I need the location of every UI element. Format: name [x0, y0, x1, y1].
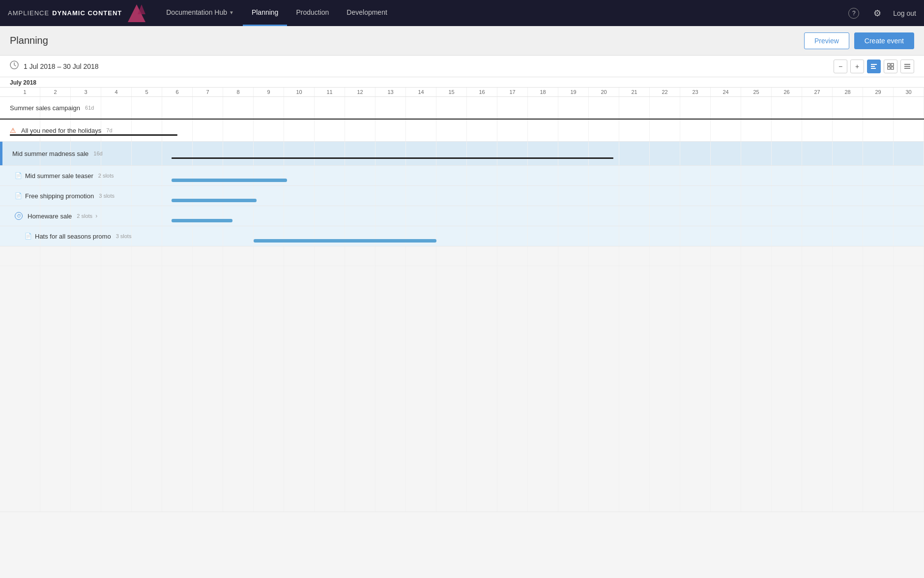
holidays-title: All you need for the holidays	[21, 127, 101, 134]
day-9: 9	[254, 88, 284, 96]
svg-rect-8	[888, 67, 890, 69]
date-range-controls: − +	[834, 60, 914, 73]
table-row[interactable]: Mid summer madness sale 16d	[0, 142, 924, 166]
mid-summer-span-bar	[172, 157, 613, 159]
shipping-bar	[172, 199, 257, 202]
help-button[interactable]: ?	[846, 5, 862, 21]
brand-name-part1: AMPLIENCE	[8, 9, 49, 17]
svg-rect-6	[888, 63, 890, 66]
holidays-days: 7d	[106, 127, 112, 133]
view-calendar-button[interactable]	[884, 60, 897, 73]
teaser-title: Mid summer sale teaser	[25, 172, 93, 180]
nav-item-planning[interactable]: Planning	[243, 0, 288, 26]
create-event-button[interactable]: Create event	[854, 32, 914, 49]
view-gantt-button[interactable]	[867, 60, 881, 73]
day-21: 21	[619, 88, 650, 96]
day-30: 30	[894, 88, 924, 96]
zoom-in-button[interactable]: +	[850, 60, 864, 73]
hats-bar	[254, 239, 436, 243]
empty-row-1	[0, 246, 924, 266]
hats-title: Hats for all seasons promo	[35, 233, 111, 240]
svg-rect-7	[891, 63, 894, 66]
day-29: 29	[863, 88, 894, 96]
planning-header: Planning Preview Create event	[0, 26, 924, 56]
settings-button[interactable]: ⚙	[869, 5, 885, 21]
day-19: 19	[558, 88, 589, 96]
nav-right: ? ⚙ Log out	[846, 5, 916, 21]
table-row[interactable]: ⏱ Homeware sale 2 slots ›	[0, 206, 924, 226]
homeware-bar	[172, 219, 232, 222]
preview-button[interactable]: Preview	[804, 32, 849, 49]
day-20: 20	[589, 88, 619, 96]
svg-rect-3	[871, 64, 877, 65]
day-10: 10	[284, 88, 315, 96]
brand: AMPLIENCE DYNAMIC CONTENT	[8, 4, 145, 22]
teaser-bar	[172, 179, 288, 182]
table-row[interactable]: Summer sales campaign 61d	[0, 97, 924, 120]
date-range-bar: 1 Jul 2018 – 30 Jul 2018 − +	[0, 56, 924, 77]
day-8: 8	[223, 88, 254, 96]
svg-rect-4	[871, 66, 875, 67]
nav-development-label: Development	[346, 8, 387, 16]
calendar-area: July 2018 1 2 3 4 5 6 7 8 9 10 11 12 13 …	[0, 77, 924, 512]
day-22: 22	[650, 88, 680, 96]
day-26: 26	[772, 88, 802, 96]
svg-rect-9	[891, 67, 894, 69]
day-15: 15	[436, 88, 467, 96]
nav-items: Documentation Hub ▼ Planning Production …	[157, 0, 846, 26]
summer-sales-days: 61d	[85, 105, 94, 111]
date-range-text: 1 Jul 2018 – 30 Jul 2018	[24, 62, 834, 70]
mid-summer-days: 16d	[93, 151, 102, 156]
svg-rect-10	[904, 64, 910, 65]
day-12: 12	[345, 88, 375, 96]
table-row[interactable]: 📄 Mid summer sale teaser 2 slots	[0, 166, 924, 186]
hats-slots: 3 slots	[116, 233, 132, 239]
nav-item-development[interactable]: Development	[338, 0, 396, 26]
day-28: 28	[833, 88, 863, 96]
nav-item-production[interactable]: Production	[287, 0, 338, 26]
day-2: 2	[40, 88, 71, 96]
clock-icon-homeware: ⏱	[15, 212, 23, 220]
day-5: 5	[132, 88, 162, 96]
help-icon: ?	[848, 8, 859, 19]
warning-icon: ⚠	[10, 126, 16, 134]
homeware-slots: 2 slots	[77, 213, 92, 219]
teaser-slots: 2 slots	[98, 173, 114, 179]
zoom-out-button[interactable]: −	[834, 60, 847, 73]
nav-planning-label: Planning	[252, 8, 279, 16]
month-label: July 2018	[0, 77, 924, 88]
doc-icon-teaser: 📄	[15, 172, 22, 179]
day-14: 14	[406, 88, 436, 96]
day-4: 4	[101, 88, 132, 96]
chevron-down-icon: ▼	[229, 10, 234, 15]
doc-icon-hats: 📄	[25, 233, 32, 240]
svg-rect-5	[871, 68, 876, 69]
day-16: 16	[467, 88, 497, 96]
svg-rect-11	[904, 66, 910, 67]
mid-summer-title: Mid summer madness sale	[12, 150, 88, 157]
day-18: 18	[528, 88, 558, 96]
empty-row-2	[0, 266, 924, 512]
day-27: 27	[802, 88, 833, 96]
nav-docs-label: Documentation Hub	[166, 8, 227, 16]
day-24: 24	[711, 88, 741, 96]
summer-sales-title: Summer sales campaign	[10, 104, 80, 112]
gear-icon: ⚙	[873, 8, 881, 19]
nav-production-label: Production	[296, 8, 329, 16]
shipping-slots: 3 slots	[99, 193, 115, 199]
nav-item-docs[interactable]: Documentation Hub ▼	[157, 0, 243, 26]
calendar-icon	[10, 61, 19, 72]
table-row[interactable]: ⚠ All you need for the holidays 7d	[0, 120, 924, 142]
day-23: 23	[680, 88, 711, 96]
logout-button[interactable]: Log out	[893, 9, 916, 17]
table-row[interactable]: 📄 Hats for all seasons promo 3 slots	[0, 226, 924, 246]
day-13: 13	[375, 88, 406, 96]
table-row[interactable]: 📄 Free shipping promotion 3 slots	[0, 186, 924, 206]
view-list-button[interactable]	[900, 60, 914, 73]
day-17: 17	[497, 88, 528, 96]
day-1: 1	[10, 88, 40, 96]
homeware-arrow[interactable]: ›	[95, 213, 97, 219]
brand-name-part2: DYNAMIC CONTENT	[52, 9, 122, 17]
shipping-title: Free shipping promotion	[25, 192, 94, 200]
gantt-container: Summer sales campaign 61d ⚠ All you need…	[0, 97, 924, 512]
